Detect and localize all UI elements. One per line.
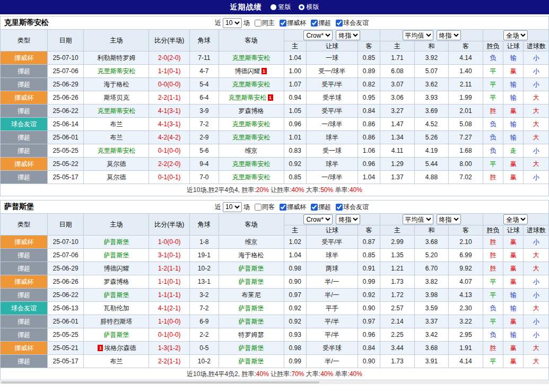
sub-col-header: 和 xyxy=(414,41,449,51)
header-select-2-2[interactable]: 终指 xyxy=(437,214,461,224)
home-team-name: 腓特烈斯塔 xyxy=(100,318,132,325)
horizontal-scrollbar-thumb[interactable] xyxy=(1,381,319,384)
initial-odds-away: 1.04 xyxy=(358,171,380,184)
result-handicap: 赢 xyxy=(503,158,524,171)
filter-checkbox-挪超[interactable]: 挪超 xyxy=(311,19,331,28)
filter-checkbox-挪威杯[interactable]: 挪威杯 xyxy=(280,203,306,212)
col-header-1: 类型 xyxy=(1,214,48,236)
average-odds-home: 2.99 xyxy=(380,236,415,249)
result-goals: 大 xyxy=(524,91,549,104)
competition-type: 挪超 xyxy=(1,262,48,275)
layout-radio-1[interactable]: 竖版 xyxy=(271,3,291,12)
horizontal-scrollbar[interactable] xyxy=(0,381,549,384)
average-odds-away: 3.22 xyxy=(449,315,483,328)
filter-checkbox-同主[interactable]: 同主 xyxy=(255,19,275,28)
header-select-3-1[interactable]: 全场 xyxy=(503,30,528,40)
summary-cell: 近10场,胜2平4负4, 胜率:20% 让胜率:40% 大率:50% 单率:40… xyxy=(1,184,549,196)
score: 4-1(2-1) xyxy=(149,302,190,315)
match-row: 挪超25-06-29海于格松0-0(0-0)5-4克里斯蒂安松1.07受平/半0… xyxy=(1,78,549,91)
average-odds-draw: 4.19 xyxy=(414,144,449,158)
away-team-name: 萨普斯堡 xyxy=(239,278,264,285)
home-team-name: 斯塔贝克 xyxy=(103,94,129,101)
result-handicap: 输 xyxy=(503,289,524,302)
average-odds-home: 3.07 xyxy=(380,78,415,91)
competition-type: 挪超 xyxy=(1,289,48,302)
match-row: 挪威杯25-07-10利勒斯特罗姆2-0(2-0)7-11克里斯蒂安松1.04一… xyxy=(1,51,549,65)
sub-col-header: 客 xyxy=(358,225,380,236)
red-card-badge: 1 xyxy=(98,345,103,351)
layout-radio-2[interactable]: 横版 xyxy=(299,3,319,12)
summary-text: 让胜率: xyxy=(269,370,292,378)
initial-odds-handicap: 受一/球半 xyxy=(306,65,358,78)
results-table: 类型日期主场比分(半场)角球客场Crow*终指平均值终指全场主让球客主和客胜负让… xyxy=(0,29,549,196)
away-team-name: 萨普斯堡 xyxy=(239,265,264,272)
checkbox-input[interactable] xyxy=(336,204,343,211)
match-row: 挪超25-05-25萨普斯堡0-1(0-0)2-2特罗姆瑟0.93平/半0.96… xyxy=(1,328,549,342)
average-odds-draw: 5.44 xyxy=(414,158,449,171)
away-team: 克里斯蒂安松 xyxy=(219,158,284,171)
summary-stat-value: 40% xyxy=(256,370,269,378)
checkbox-input[interactable] xyxy=(280,20,286,27)
header-select-2-1[interactable]: 平均值 xyxy=(403,214,433,224)
initial-odds-handicap: 平手 xyxy=(306,302,358,315)
filter-checkbox-同客[interactable]: 同客 xyxy=(255,203,275,212)
checkbox-input[interactable] xyxy=(336,20,343,27)
initial-odds-handicap: 受平/半 xyxy=(306,78,358,91)
match-date: 25-05-17 xyxy=(47,171,84,184)
sub-col-header: 让球 xyxy=(306,41,358,51)
result-handicap: 走 xyxy=(503,144,524,158)
header-select-2-1[interactable]: 平均值 xyxy=(403,30,433,40)
checkbox-input[interactable] xyxy=(311,204,318,211)
filter-checkbox-球会友谊[interactable]: 球会友谊 xyxy=(336,203,369,212)
match-row: 挪威杯25-05-22莫尔德2-2(2-0)9-4克里斯蒂安松0.92球半0.9… xyxy=(1,158,549,171)
header-select-1-2[interactable]: 终指 xyxy=(336,214,360,224)
average-odds-away: 2.01 xyxy=(449,104,483,118)
corners: 13-1 xyxy=(190,275,219,289)
checkbox-input[interactable] xyxy=(311,20,318,27)
initial-odds-away: 0.90 xyxy=(358,355,380,368)
filter-checkbox-球会友谊[interactable]: 球会友谊 xyxy=(336,19,369,28)
competition-type: 挪威杯 xyxy=(1,51,48,65)
average-odds-home: 4.11 xyxy=(380,144,415,158)
match-date: 25-07-10 xyxy=(47,236,84,249)
checkbox-input[interactable] xyxy=(255,204,262,211)
near-label: 近 xyxy=(215,19,221,28)
header-select-1-1[interactable]: Crow* xyxy=(303,214,333,224)
initial-odds-home: 0.85 xyxy=(284,171,306,184)
home-team-name: 布兰 xyxy=(110,134,123,141)
filter-checkbox-挪威杯[interactable]: 挪威杯 xyxy=(280,19,306,28)
checkbox-input[interactable] xyxy=(255,20,262,27)
header-select-1-2[interactable]: 终指 xyxy=(336,30,360,40)
average-odds-away: 7.27 xyxy=(449,131,483,144)
summary-cell: 近10场,胜4平4负2, 胜率:40% 让胜率:70% 大率:40% 单率:40… xyxy=(1,368,549,380)
score: 2-2(2-0) xyxy=(149,158,190,171)
sub-col-header: 主 xyxy=(284,41,306,51)
away-team-name: 克里斯蒂安松 xyxy=(232,81,271,88)
checkbox-input[interactable] xyxy=(280,204,286,211)
match-date: 25-06-26 xyxy=(47,91,84,104)
checkbox-label: 同主 xyxy=(262,19,275,28)
header-select-3-1[interactable]: 全场 xyxy=(503,214,528,224)
match-count-select[interactable]: 10 xyxy=(223,18,242,28)
red-card-badge: 1 xyxy=(262,68,267,74)
filter-checkbox-挪超[interactable]: 挪超 xyxy=(311,203,331,212)
summary-stat-value: 40% xyxy=(350,186,362,194)
initial-odds-handicap: 受平/半 xyxy=(306,104,358,118)
header-select-1-1[interactable]: Crow* xyxy=(303,30,333,40)
summary-text: 让胜率: xyxy=(269,186,292,194)
score: 1-3(1-2) xyxy=(149,342,190,355)
match-date: 25-06-22 xyxy=(47,104,84,118)
header-select-2-2[interactable]: 终指 xyxy=(437,30,461,40)
score: 4-1(3-1) xyxy=(149,118,190,131)
match-count-select[interactable]: 10 xyxy=(223,202,242,212)
match-date: 25-06-29 xyxy=(47,78,84,91)
initial-odds-handicap: 球半 xyxy=(306,158,358,171)
score: 0-0(0-0) xyxy=(149,78,190,91)
score: 2-2(1-1) xyxy=(149,91,190,104)
initial-odds-handicap: 一/球半 xyxy=(306,118,358,131)
competition-type: 挪威杯 xyxy=(1,91,48,104)
radio-label: 横版 xyxy=(307,3,319,12)
initial-odds-handicap: 半/一 xyxy=(306,289,358,302)
initial-odds-away: 0.86 xyxy=(358,131,380,144)
initial-odds-away: 0.96 xyxy=(358,328,380,342)
